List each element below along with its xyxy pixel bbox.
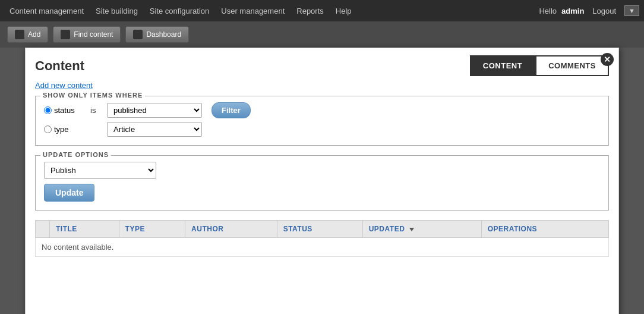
no-content-message: No content available. xyxy=(36,238,609,257)
nav-content-management[interactable]: Content management xyxy=(5,4,89,18)
no-content-row: No content available. xyxy=(36,238,609,257)
dashboard-button[interactable]: Dashboard xyxy=(125,26,189,43)
panel-body: Add new content SHOW ONLY ITEMS WHERE st… xyxy=(26,76,618,266)
sort-arrow-icon xyxy=(409,228,414,231)
tab-comments[interactable]: COMMENTS xyxy=(535,55,609,76)
type-radio[interactable] xyxy=(44,125,52,133)
top-nav-user-area: Hello admin Logout ▼ xyxy=(539,5,639,17)
type-radio-label[interactable]: type xyxy=(44,125,86,134)
nav-site-building[interactable]: Site building xyxy=(91,4,143,18)
status-radio-label[interactable]: status xyxy=(44,106,86,115)
nav-user-management[interactable]: User management xyxy=(216,4,289,18)
col-type: TYPE xyxy=(119,221,185,238)
status-radio[interactable] xyxy=(44,106,52,114)
status-label: status xyxy=(54,106,75,115)
type-label: type xyxy=(54,125,69,134)
table-header-row: TITLE TYPE AUTHOR STATUS UPDATED OPERATI… xyxy=(36,221,609,238)
filter-button[interactable]: Filter xyxy=(211,102,251,118)
toolbar: Add Find content Dashboard xyxy=(0,21,644,48)
dashboard-icon xyxy=(133,30,143,39)
col-author: AUTHOR xyxy=(185,221,277,238)
panel-header: Content CONTENT COMMENTS xyxy=(26,48,618,76)
content-panel: Content CONTENT COMMENTS ✕ Add new conte… xyxy=(25,48,619,314)
update-select-row: Publish Unpublish Promote to front page … xyxy=(44,162,600,179)
add-icon xyxy=(15,30,24,39)
admin-username: admin xyxy=(561,7,584,15)
hello-text: Hello xyxy=(539,7,557,15)
find-content-button[interactable]: Find content xyxy=(53,26,121,43)
col-status: STATUS xyxy=(277,221,362,238)
logout-button[interactable]: Logout xyxy=(589,5,620,17)
update-section: UPDATE OPTIONS Publish Unpublish Promote… xyxy=(35,155,609,211)
nav-help[interactable]: Help xyxy=(331,4,356,18)
find-content-icon xyxy=(61,30,70,39)
update-section-title: UPDATE OPTIONS xyxy=(40,151,111,158)
top-nav-links: Content management Site building Site co… xyxy=(5,4,356,18)
status-select[interactable]: - any - published unpublished xyxy=(107,103,202,118)
filter-row-status: status is - any - published unpublished … xyxy=(44,102,600,118)
content-table: TITLE TYPE AUTHOR STATUS UPDATED OPERATI… xyxy=(35,220,609,257)
filter-row-type: type - any - Article Basic page xyxy=(44,122,600,137)
filter-section-title: SHOW ONLY ITEMS WHERE xyxy=(40,92,145,99)
update-button[interactable]: Update xyxy=(44,184,94,202)
close-button[interactable]: ✕ xyxy=(601,53,614,66)
nav-reports[interactable]: Reports xyxy=(292,4,329,18)
col-title: TITLE xyxy=(50,221,119,238)
filter-section: SHOW ONLY ITEMS WHERE status is - any - … xyxy=(35,96,609,146)
panel-title: Content xyxy=(35,58,84,74)
col-operations: OPERATIONS xyxy=(481,221,608,238)
nav-site-configuration[interactable]: Site configuration xyxy=(145,4,214,18)
main-area: Content CONTENT COMMENTS ✕ Add new conte… xyxy=(0,48,644,314)
col-checkbox xyxy=(36,221,50,238)
add-button[interactable]: Add xyxy=(7,26,48,43)
is-label: is xyxy=(90,106,102,115)
type-select[interactable]: - any - Article Basic page xyxy=(107,122,202,137)
update-action-select[interactable]: Publish Unpublish Promote to front page … xyxy=(44,162,156,179)
add-new-content-link[interactable]: Add new content xyxy=(35,81,93,90)
panel-tabs: CONTENT COMMENTS xyxy=(470,55,609,76)
user-dropdown-arrow[interactable]: ▼ xyxy=(624,5,639,16)
col-updated[interactable]: UPDATED xyxy=(362,221,481,238)
top-navigation: Content management Site building Site co… xyxy=(0,0,644,21)
tab-content[interactable]: CONTENT xyxy=(470,55,535,76)
